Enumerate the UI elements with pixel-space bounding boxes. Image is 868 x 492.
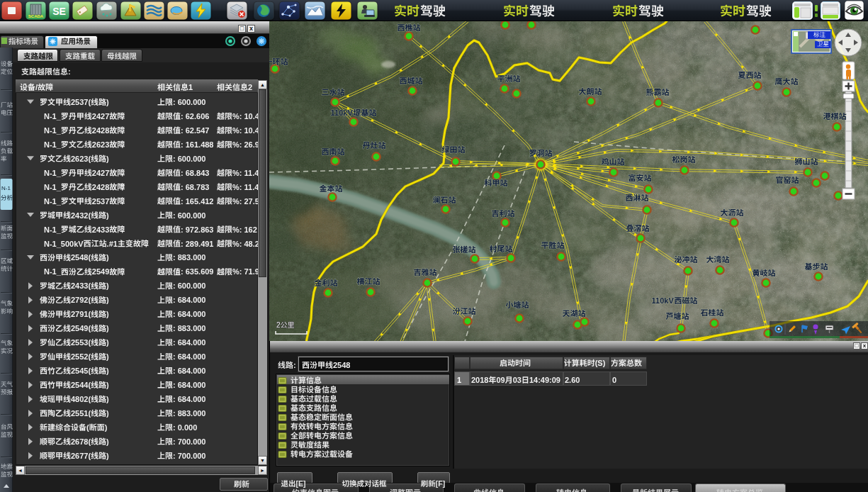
svg-text:SE: SE [52, 6, 66, 17]
svg-text:SCADA: SCADA [28, 14, 44, 18]
